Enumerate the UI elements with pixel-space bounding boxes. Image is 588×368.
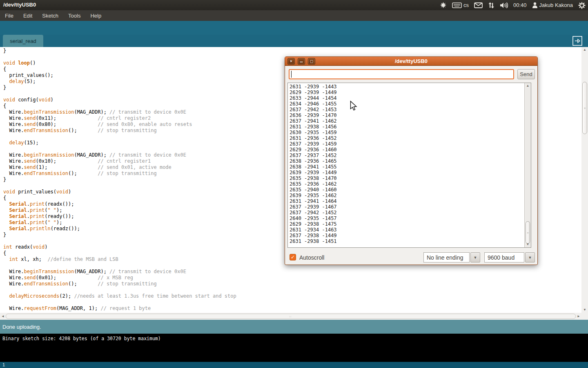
line-number: 1 xyxy=(2,362,5,367)
console-text: Binary sketch size: 4208 bytes (of a 307… xyxy=(2,336,161,341)
new-tab-arrow-icon[interactable] xyxy=(572,36,582,46)
tab-serial-read[interactable]: serial_read xyxy=(3,35,43,47)
tab-label: serial_read xyxy=(10,38,36,44)
network-transfer-icon[interactable] xyxy=(487,0,495,10)
mail-icon[interactable] xyxy=(473,0,483,10)
tabbar: serial_read xyxy=(0,35,588,47)
menu-tools[interactable]: Tools xyxy=(63,11,85,20)
editor-vscroll-thumb[interactable]: ≡ xyxy=(582,82,587,134)
top-panel: /dev/ttyUSB0 cs 00:40 Jakub Kakona xyxy=(0,0,588,10)
serial-vertical-scrollbar[interactable]: ▲ ≡ ▼ xyxy=(524,83,531,247)
volume-icon[interactable] xyxy=(499,0,509,10)
clock-indicator[interactable]: 00:40 xyxy=(512,0,528,10)
user-name-label: Jakub Kakona xyxy=(539,2,573,8)
text-caret xyxy=(291,71,292,78)
scroll-down-arrow-icon[interactable]: ▼ xyxy=(581,308,588,312)
autoscroll-checkbox[interactable]: ✓ xyxy=(290,254,296,260)
scroll-down-arrow-icon[interactable]: ▼ xyxy=(525,243,531,246)
baud-dropdown-arrow-icon[interactable]: ▼ xyxy=(525,252,535,263)
serial-window-titlebar[interactable]: ✕ ▁ ▢ /dev/ttyUSB0 xyxy=(285,57,537,66)
serial-output-area[interactable]: 2631 -2939 -1443 2629 -2939 -1449 2633 -… xyxy=(287,83,531,248)
menu-edit[interactable]: Edit xyxy=(18,11,37,20)
line-number-strip: 1 xyxy=(0,362,588,368)
baud-rate-select[interactable]: 9600 baud xyxy=(484,252,524,263)
editor-vertical-scrollbar[interactable]: ▲ ≡ ▼ xyxy=(581,47,588,313)
mouse-cursor-icon xyxy=(350,101,357,113)
scroll-up-arrow-icon[interactable]: ▲ xyxy=(581,48,588,52)
serial-output: 2631 -2939 -1443 2629 -2939 -1449 2633 -… xyxy=(288,83,531,244)
toolbar xyxy=(0,21,588,35)
autoscroll-label: Autoscroll xyxy=(299,254,324,261)
panel-indicators: cs 00:40 Jakub Kakona xyxy=(439,0,586,10)
line-ending-value: No line ending xyxy=(427,254,463,261)
menubar: File Edit Sketch Tools Help xyxy=(0,10,588,21)
user-indicator[interactable]: Jakub Kakona xyxy=(531,0,574,10)
serial-vscroll-thumb[interactable]: ≡ xyxy=(526,221,530,244)
serial-monitor-window: ✕ ▁ ▢ /dev/ttyUSB0 Send 2631 -2939 -1443… xyxy=(285,56,538,265)
status-bar: Done uploading. xyxy=(0,320,588,334)
scroll-left-arrow-icon[interactable]: ◄ xyxy=(1,315,4,318)
scroll-right-arrow-icon[interactable]: ► xyxy=(577,315,580,318)
menu-help[interactable]: Help xyxy=(85,11,106,20)
panel-window-title: /dev/ttyUSB0 xyxy=(3,2,36,8)
editor-horizontal-scrollbar[interactable]: ◄ ∷ ► xyxy=(0,313,581,320)
clock-label: 00:40 xyxy=(513,2,527,8)
scrollbar-corner xyxy=(581,313,588,320)
status-message: Done uploading. xyxy=(2,324,41,330)
line-ending-dropdown-arrow-icon[interactable]: ▼ xyxy=(470,252,480,263)
console-output: Binary sketch size: 4208 bytes (of a 307… xyxy=(0,334,588,362)
send-button[interactable]: Send xyxy=(517,69,535,79)
menu-file[interactable]: File xyxy=(0,11,18,20)
pinwheel-indicator-icon[interactable] xyxy=(439,0,448,10)
scroll-up-arrow-icon[interactable]: ▲ xyxy=(525,84,531,88)
session-power-icon[interactable] xyxy=(577,0,586,10)
serial-send-input[interactable] xyxy=(289,69,514,79)
line-ending-select[interactable]: No line ending xyxy=(423,252,470,263)
keyboard-icon xyxy=(452,2,462,8)
editor-hscroll-thumb[interactable]: ∷ xyxy=(6,314,576,319)
baud-rate-value: 9600 baud xyxy=(488,254,514,261)
menu-sketch[interactable]: Sketch xyxy=(37,11,63,20)
keyboard-indicator[interactable]: cs xyxy=(451,0,470,10)
keyboard-layout-label: cs xyxy=(463,2,469,8)
serial-window-title: /dev/ttyUSB0 xyxy=(285,58,537,64)
user-icon xyxy=(532,2,538,8)
